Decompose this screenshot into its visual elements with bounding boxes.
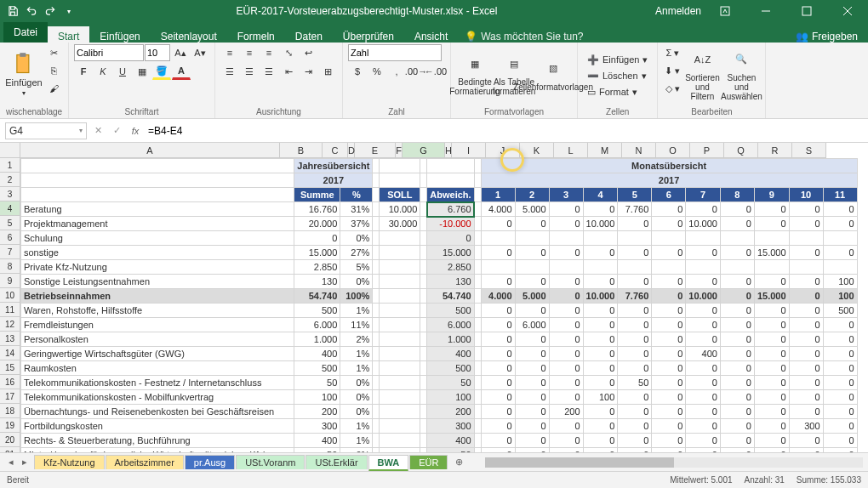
- cell[interactable]: 0: [515, 332, 549, 347]
- cell[interactable]: [420, 405, 427, 419]
- cell[interactable]: 500: [427, 361, 474, 376]
- cell[interactable]: 1%: [340, 419, 373, 434]
- cell[interactable]: 4.000: [481, 289, 515, 304]
- cell[interactable]: 0: [618, 246, 652, 260]
- cell[interactable]: 0: [823, 202, 857, 217]
- cell[interactable]: [420, 217, 427, 231]
- cell[interactable]: 0: [754, 217, 789, 231]
- align-bottom-icon[interactable]: ≡: [260, 44, 278, 61]
- col-header-A[interactable]: A: [20, 143, 280, 158]
- horizontal-scrollbar[interactable]: [485, 457, 863, 468]
- cell[interactable]: [420, 188, 427, 202]
- cell[interactable]: 1%: [340, 347, 373, 361]
- cell[interactable]: 15.000: [754, 246, 789, 260]
- cell[interactable]: Schulung: [21, 231, 294, 246]
- cell[interactable]: 0: [549, 390, 583, 405]
- cell[interactable]: [373, 304, 380, 318]
- cell[interactable]: [474, 419, 481, 434]
- cell[interactable]: [373, 347, 380, 361]
- cell[interactable]: [474, 231, 481, 246]
- find-select-button[interactable]: 🔍Suchen und Auswählen: [722, 44, 760, 104]
- cell[interactable]: 0: [686, 202, 721, 217]
- cell[interactable]: [420, 419, 427, 434]
- cell[interactable]: 0: [754, 275, 789, 289]
- cell[interactable]: 0: [652, 275, 686, 289]
- cell[interactable]: 0: [583, 434, 618, 448]
- cell[interactable]: 0: [686, 434, 721, 448]
- cell[interactable]: 0: [583, 246, 618, 260]
- cell[interactable]: 0: [754, 202, 789, 217]
- cell[interactable]: [420, 260, 427, 275]
- cell[interactable]: 0%: [340, 275, 373, 289]
- cell[interactable]: 0: [481, 275, 515, 289]
- cell[interactable]: Summe: [294, 188, 340, 202]
- share-button[interactable]: 👥Freigeben: [796, 31, 858, 43]
- row-header-12[interactable]: 12: [0, 317, 20, 332]
- orientation-icon[interactable]: ⤡: [279, 44, 298, 61]
- cell[interactable]: 0: [652, 405, 686, 419]
- cell[interactable]: 0: [481, 405, 515, 419]
- cell[interactable]: 50: [427, 376, 474, 390]
- name-box[interactable]: G4▾: [5, 122, 87, 139]
- row-header-13[interactable]: 13: [0, 332, 20, 346]
- increase-decimal-icon[interactable]: .00→: [407, 63, 425, 80]
- cell[interactable]: 10.000: [380, 202, 420, 217]
- cell[interactable]: 0: [549, 318, 583, 332]
- cell[interactable]: 1%: [340, 361, 373, 376]
- cell[interactable]: 10.000: [583, 289, 618, 304]
- cell[interactable]: [420, 376, 427, 390]
- align-middle-icon[interactable]: ≡: [240, 44, 259, 61]
- cell[interactable]: 0: [686, 275, 721, 289]
- row-header-1[interactable]: 1: [0, 158, 20, 173]
- cell[interactable]: [474, 173, 481, 188]
- cell[interactable]: 0: [754, 434, 789, 448]
- cell[interactable]: 0: [720, 376, 754, 390]
- cell[interactable]: [380, 419, 420, 434]
- cell[interactable]: 0: [583, 202, 618, 217]
- cell[interactable]: 0: [481, 304, 515, 318]
- cell[interactable]: 400: [294, 347, 340, 361]
- cell[interactable]: 4: [583, 188, 618, 202]
- cell[interactable]: 100: [427, 390, 474, 405]
- cell[interactable]: 100: [823, 289, 857, 304]
- cell[interactable]: 1: [481, 188, 515, 202]
- font-color-icon[interactable]: A: [172, 63, 191, 80]
- cell[interactable]: 11: [823, 188, 857, 202]
- cell[interactable]: 7: [686, 188, 721, 202]
- cell[interactable]: 10.000: [583, 217, 618, 231]
- row-header-20[interactable]: 20: [0, 433, 20, 447]
- cell[interactable]: 0: [720, 217, 754, 231]
- cell[interactable]: 0: [549, 289, 583, 304]
- row-header-10[interactable]: 10: [0, 288, 20, 303]
- cell[interactable]: 500: [427, 304, 474, 318]
- cell[interactable]: 0: [618, 361, 652, 376]
- cell[interactable]: Telekommunikationskosten - Mobilfunkvert…: [21, 390, 294, 405]
- row-header-7[interactable]: 7: [0, 245, 20, 259]
- row-header-16[interactable]: 16: [0, 375, 20, 389]
- underline-icon[interactable]: U: [113, 63, 132, 80]
- col-header-L[interactable]: L: [554, 143, 588, 158]
- new-sheet-icon[interactable]: ⊕: [448, 455, 470, 469]
- cell[interactable]: 0: [823, 376, 857, 390]
- col-header-P[interactable]: P: [690, 143, 724, 158]
- cell[interactable]: [380, 318, 420, 332]
- cell[interactable]: 0: [583, 448, 618, 453]
- cell[interactable]: [618, 231, 652, 246]
- cell[interactable]: 0: [618, 419, 652, 434]
- cell[interactable]: [652, 231, 686, 246]
- cell[interactable]: [481, 231, 515, 246]
- cell[interactable]: 5: [618, 188, 652, 202]
- cell[interactable]: 2017: [481, 173, 857, 188]
- cell[interactable]: [754, 231, 789, 246]
- cell[interactable]: [515, 231, 549, 246]
- cell[interactable]: 0: [549, 347, 583, 361]
- align-left-icon[interactable]: ☰: [220, 63, 239, 80]
- cell[interactable]: 0: [823, 318, 857, 332]
- cell[interactable]: 50: [427, 448, 474, 453]
- cell[interactable]: 0: [720, 347, 754, 361]
- cell[interactable]: 0: [515, 275, 549, 289]
- cell[interactable]: 100%: [340, 289, 373, 304]
- cell[interactable]: 0: [754, 361, 789, 376]
- cell[interactable]: 0: [720, 318, 754, 332]
- cell[interactable]: 0: [618, 390, 652, 405]
